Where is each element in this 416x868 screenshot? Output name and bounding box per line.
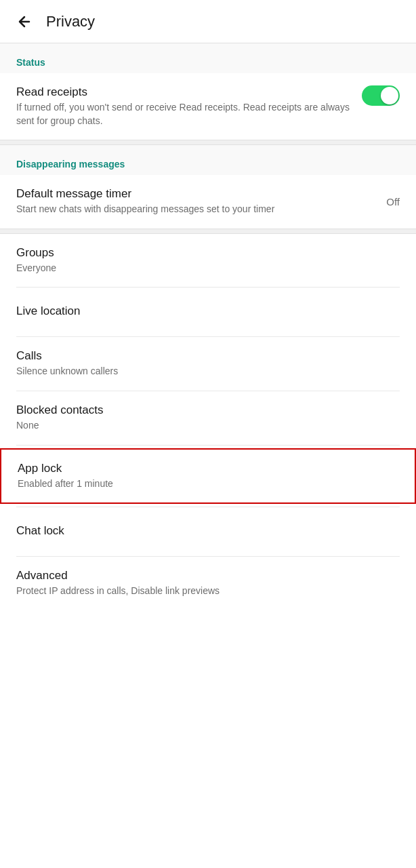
thin-divider-4 bbox=[16, 445, 400, 446]
advanced-content: Advanced Protect IP address in calls, Di… bbox=[16, 569, 400, 598]
chat-lock-item[interactable]: Chat lock bbox=[0, 507, 416, 556]
calls-title: Calls bbox=[16, 349, 400, 363]
live-location-title: Live location bbox=[16, 304, 400, 318]
blocked-contacts-title: Blocked contacts bbox=[16, 403, 400, 417]
read-receipts-content: Read receipts If turned off, you won't s… bbox=[16, 85, 351, 127]
calls-item[interactable]: Calls Silence unknown callers bbox=[0, 337, 416, 391]
app-lock-subtitle: Enabled after 1 minute bbox=[18, 477, 398, 491]
back-button[interactable] bbox=[14, 11, 35, 33]
advanced-item[interactable]: Advanced Protect IP address in calls, Di… bbox=[0, 557, 416, 610]
section-divider-2 bbox=[0, 229, 416, 234]
toggle-switch[interactable] bbox=[362, 85, 400, 106]
live-location-content: Live location bbox=[16, 304, 400, 320]
read-receipts-toggle[interactable] bbox=[362, 85, 400, 106]
toggle-knob bbox=[381, 87, 398, 104]
default-timer-content: Default message timer Start new chats wi… bbox=[16, 187, 375, 216]
default-timer-value: Off bbox=[386, 196, 400, 208]
groups-content: Groups Everyone bbox=[16, 246, 400, 275]
default-timer-item[interactable]: Default message timer Start new chats wi… bbox=[0, 175, 416, 229]
read-receipts-subtitle: If turned off, you won't send or receive… bbox=[16, 101, 351, 127]
page-title: Privacy bbox=[46, 13, 95, 31]
blocked-contacts-item[interactable]: Blocked contacts None bbox=[0, 391, 416, 445]
calls-subtitle: Silence unknown callers bbox=[16, 365, 400, 378]
groups-value: Everyone bbox=[16, 262, 400, 275]
advanced-subtitle: Protect IP address in calls, Disable lin… bbox=[16, 585, 400, 598]
read-receipts-title: Read receipts bbox=[16, 85, 351, 99]
app-lock-item[interactable]: App lock Enabled after 1 minute bbox=[0, 448, 416, 505]
default-timer-subtitle: Start new chats with disappearing messag… bbox=[16, 203, 375, 216]
blocked-contacts-value: None bbox=[16, 419, 400, 433]
groups-title: Groups bbox=[16, 246, 400, 260]
app-lock-title: App lock bbox=[18, 462, 398, 475]
groups-item[interactable]: Groups Everyone bbox=[0, 234, 416, 288]
disappearing-section-label: Disappearing messages bbox=[0, 145, 416, 175]
chat-lock-title: Chat lock bbox=[16, 524, 400, 538]
live-location-item[interactable]: Live location bbox=[0, 288, 416, 336]
calls-content: Calls Silence unknown callers bbox=[16, 349, 400, 378]
advanced-title: Advanced bbox=[16, 569, 400, 583]
read-receipts-item[interactable]: Read receipts If turned off, you won't s… bbox=[0, 73, 416, 140]
status-section-label: Status bbox=[0, 43, 416, 73]
app-header: Privacy bbox=[0, 0, 416, 43]
chat-lock-content: Chat lock bbox=[16, 524, 400, 540]
blocked-contacts-content: Blocked contacts None bbox=[16, 403, 400, 433]
app-lock-content: App lock Enabled after 1 minute bbox=[18, 462, 398, 491]
section-divider-1 bbox=[0, 140, 416, 145]
default-timer-title: Default message timer bbox=[16, 187, 375, 201]
